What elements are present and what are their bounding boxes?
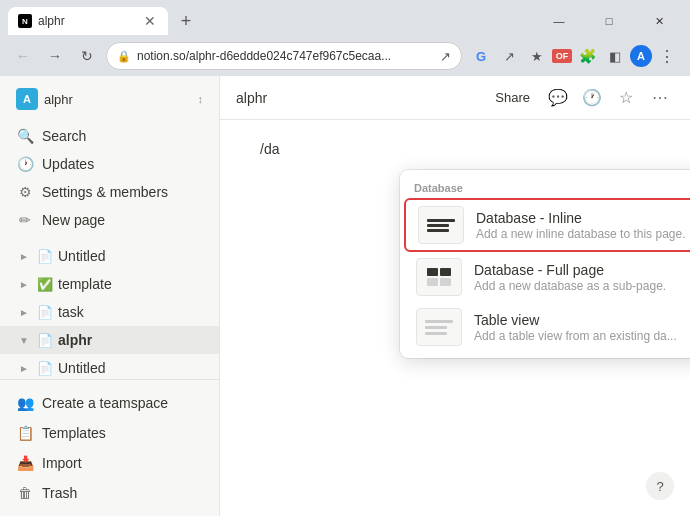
dropdown-tableview-desc: Add a table view from an existing da...: [474, 329, 690, 343]
favorite-button[interactable]: ☆: [612, 84, 640, 112]
sidebar-item-search[interactable]: 🔍 Search: [8, 122, 211, 150]
close-button[interactable]: ✕: [636, 7, 682, 35]
tab-favicon: N: [18, 14, 32, 28]
help-button[interactable]: ?: [646, 472, 674, 500]
trash-icon: 🗑: [16, 484, 34, 502]
url-bar[interactable]: 🔒 notion.so/alphr-d6eddde024c747ef967c5e…: [106, 42, 462, 70]
workspace-avatar: A: [16, 88, 38, 110]
table-line-2: [425, 326, 447, 329]
reload-button[interactable]: ↻: [74, 43, 100, 69]
dropdown-item-database-inline[interactable]: Database - Inline Add a new inline datab…: [404, 198, 690, 252]
browser-chrome: N alphr ✕ + — □ ✕ ← → ↻ 🔒 notion.so/alph…: [0, 0, 690, 76]
extensions-button[interactable]: 🧩: [574, 43, 600, 69]
back-button[interactable]: ←: [10, 43, 36, 69]
db-cell-4: [440, 278, 451, 286]
maximize-button[interactable]: □: [586, 7, 632, 35]
active-tab[interactable]: N alphr ✕: [8, 7, 168, 35]
sidebar-pages: ► 📄 Untitled ► ✅ template ► 📄 task ▼ 📄 a…: [0, 238, 219, 379]
main-content: alphr Share 💬 🕐 ☆ ⋯ /da Database: [220, 76, 690, 516]
share-button[interactable]: Share: [487, 86, 538, 109]
page-item-template[interactable]: ► ✅ template: [0, 270, 219, 298]
page-name-untitled-1: Untitled: [58, 248, 105, 264]
google-icon[interactable]: G: [468, 43, 494, 69]
dropdown-inline-desc: Add a new inline database to this page.: [476, 227, 690, 241]
db-line-3: [427, 229, 449, 232]
settings-icon: ⚙: [16, 183, 34, 201]
breadcrumb: alphr: [236, 90, 479, 106]
dropdown-menu: Database Database - Inline Add a new inl…: [400, 170, 690, 358]
workspace-expand-icon: ↕: [198, 93, 204, 105]
page-icon-template: ✅: [36, 275, 54, 293]
dropdown-inline-title: Database - Inline: [476, 210, 690, 226]
dropdown-item-database-fullpage[interactable]: Database - Full page Add a new database …: [404, 252, 690, 302]
more-button[interactable]: ⋯: [646, 84, 674, 112]
dropdown-item-tableview-text: Table view Add a table view from an exis…: [474, 312, 690, 343]
window-controls: — □ ✕: [536, 7, 682, 35]
db-cell-1: [427, 268, 438, 276]
sidebar-item-templates[interactable]: 📋 Templates: [8, 418, 211, 448]
workspace-row[interactable]: A alphr ↕: [8, 84, 211, 114]
page-item-untitled-2[interactable]: ► 📄 Untitled: [0, 354, 219, 379]
db-lines-icon: [421, 213, 461, 238]
url-text: notion.so/alphr-d6eddde024c747ef967c5eca…: [137, 49, 434, 63]
page-item-task[interactable]: ► 📄 task: [0, 298, 219, 326]
page-name-task: task: [58, 304, 84, 320]
search-icon: 🔍: [16, 127, 34, 145]
page-expand-icon-alphr: ▼: [16, 332, 32, 348]
bookmark-button[interactable]: ★: [524, 43, 550, 69]
page-body: /da Database Database - Inline: [220, 120, 690, 516]
table-lines-icon: [419, 314, 459, 341]
sidebar-item-create-teamspace[interactable]: 👥 Create a teamspace: [8, 388, 211, 418]
db-cell-3: [427, 278, 438, 286]
sidebar-settings-label: Settings & members: [42, 184, 168, 200]
dropdown-item-fullpage-text: Database - Full page Add a new database …: [474, 262, 690, 293]
address-actions: G ↗ ★ OF 🧩 ◧ A ⋮: [468, 43, 680, 69]
page-icon-alphr: 📄: [36, 331, 54, 349]
database-inline-icon: [418, 206, 464, 244]
page-expand-icon: ►: [16, 248, 32, 264]
sidebar-top: A alphr ↕: [0, 76, 219, 118]
tab-title: alphr: [38, 14, 136, 28]
import-label: Import: [42, 455, 82, 471]
sidebar-item-trash[interactable]: 🗑 Trash: [8, 478, 211, 508]
database-fullpage-icon: [416, 258, 462, 296]
share-url-button[interactable]: ↗: [496, 43, 522, 69]
dropdown-fullpage-desc: Add a new database as a sub-page.: [474, 279, 690, 293]
profile-icon[interactable]: A: [630, 45, 652, 67]
sidebar-item-import[interactable]: 📥 Import: [8, 448, 211, 478]
workspace-name: alphr: [44, 92, 192, 107]
sidebar-new-page-label: New page: [42, 212, 105, 228]
minimize-button[interactable]: —: [536, 7, 582, 35]
extension-icon[interactable]: OF: [552, 49, 572, 63]
table-view-icon: [416, 308, 462, 346]
import-icon: 📥: [16, 454, 34, 472]
db-line-2: [427, 224, 449, 227]
tab-close-button[interactable]: ✕: [142, 13, 158, 29]
help-label: ?: [656, 479, 663, 494]
dropdown-item-table-view[interactable]: Table view Add a table view from an exis…: [404, 302, 690, 352]
dropdown-section-label: Database: [400, 176, 690, 198]
header-actions: Share 💬 🕐 ☆ ⋯: [487, 84, 674, 112]
address-bar: ← → ↻ 🔒 notion.so/alphr-d6eddde024c747ef…: [0, 36, 690, 76]
sidebar-item-new-page[interactable]: ✏ New page: [8, 206, 211, 234]
db-grid-icon: [421, 262, 457, 292]
forward-button[interactable]: →: [42, 43, 68, 69]
new-page-icon: ✏: [16, 211, 34, 229]
puzzle-icon: 🧩: [579, 48, 596, 64]
sidebar-toggle-button[interactable]: ◧: [602, 43, 628, 69]
history-button[interactable]: 🕐: [578, 84, 606, 112]
new-tab-button[interactable]: +: [172, 7, 200, 35]
comment-button[interactable]: 💬: [544, 84, 572, 112]
db-line-1: [427, 219, 455, 222]
page-item-untitled-1[interactable]: ► 📄 Untitled: [0, 242, 219, 270]
create-teamspace-icon: 👥: [16, 394, 34, 412]
menu-button[interactable]: ⋮: [654, 43, 680, 69]
tab-bar: N alphr ✕ + — □ ✕: [0, 0, 690, 36]
page-item-alphr[interactable]: ▼ 📄 alphr: [0, 326, 219, 354]
dropdown-fullpage-title: Database - Full page: [474, 262, 690, 278]
sidebar-updates-label: Updates: [42, 156, 94, 172]
sidebar-item-updates[interactable]: 🕐 Updates: [8, 150, 211, 178]
slash-input[interactable]: /da: [260, 141, 279, 157]
lock-icon: 🔒: [117, 50, 131, 63]
sidebar-item-settings[interactable]: ⚙ Settings & members: [8, 178, 211, 206]
